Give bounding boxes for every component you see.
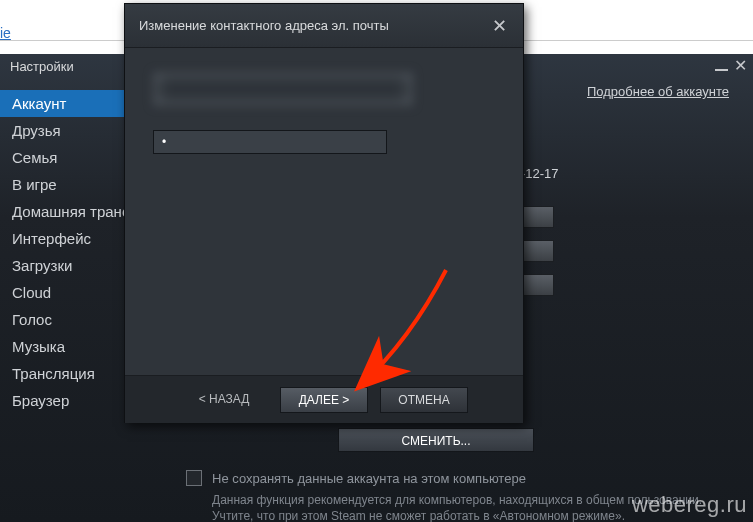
account-details-link[interactable]: Подробнее об аккаунте bbox=[587, 84, 729, 99]
dont-save-row: Не сохранять данные аккаунта на этом ком… bbox=[186, 470, 526, 486]
date-fragment: і-12-17 bbox=[518, 166, 558, 181]
close-icon[interactable]: ✕ bbox=[734, 58, 747, 74]
change-button[interactable]: СМЕНИТЬ... bbox=[338, 428, 534, 452]
window-controls: ✕ bbox=[715, 58, 747, 74]
watermark: webereg.ru bbox=[632, 492, 747, 518]
external-link-fragment[interactable]: іе bbox=[0, 25, 11, 41]
dont-save-checkbox[interactable] bbox=[186, 470, 202, 486]
dialog-title: Изменение контактного адреса эл. почты bbox=[139, 18, 389, 33]
dialog-footer: < НАЗАД ДАЛЕЕ > ОТМЕНА bbox=[125, 375, 523, 423]
dialog-titlebar: Изменение контактного адреса эл. почты ✕ bbox=[125, 4, 523, 48]
dialog-body bbox=[125, 48, 523, 374]
next-button[interactable]: ДАЛЕЕ > bbox=[280, 387, 368, 413]
minimize-icon[interactable] bbox=[715, 69, 728, 71]
settings-title: Настройки bbox=[10, 59, 74, 74]
change-email-dialog: Изменение контактного адреса эл. почты ✕… bbox=[124, 3, 524, 423]
close-icon[interactable]: ✕ bbox=[486, 15, 513, 37]
cancel-button[interactable]: ОТМЕНА bbox=[380, 387, 468, 413]
dont-save-label: Не сохранять данные аккаунта на этом ком… bbox=[212, 471, 526, 486]
email-input[interactable] bbox=[153, 130, 387, 154]
redacted-text bbox=[153, 72, 413, 106]
back-button[interactable]: < НАЗАД bbox=[180, 387, 268, 413]
